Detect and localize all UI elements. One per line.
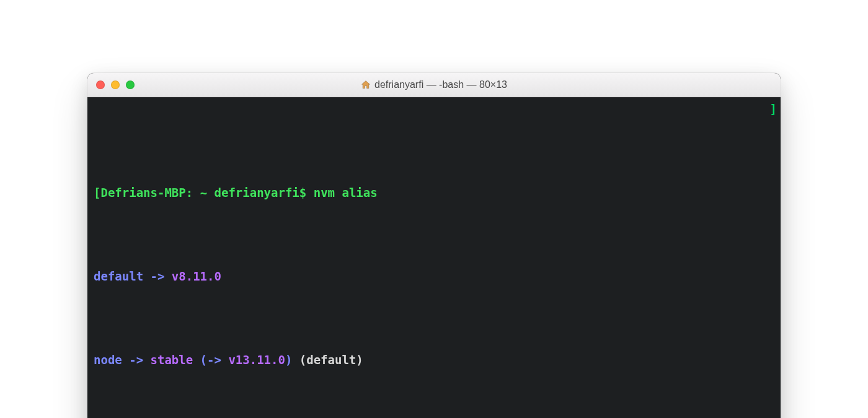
prompt-bracket: [ <box>94 186 100 199</box>
window-title-text: defrianyarfi — -bash — 80×13 <box>374 79 507 90</box>
alias-name: node <box>94 353 122 367</box>
scroll-indicator: ] <box>770 101 777 118</box>
output-line: node -> stable (-> v13.11.0) (default) <box>94 352 774 368</box>
close-button[interactable] <box>96 81 105 89</box>
arrow: -> <box>122 353 151 367</box>
arrow: -> <box>143 269 172 283</box>
titlebar: defrianyarfi — -bash — 80×13 <box>87 73 781 97</box>
output-line: default -> v8.11.0 <box>94 268 774 285</box>
paren: ) <box>285 353 292 367</box>
home-icon <box>361 80 371 90</box>
window-controls <box>96 81 135 89</box>
alias-target: v8.11.0 <box>172 269 221 283</box>
resolved-version: v13.11.0 <box>228 353 285 367</box>
prompt-user: defrianyarfi$ <box>215 186 307 199</box>
arrow: -> <box>207 353 228 367</box>
stage: defrianyarfi — -bash — 80×13 ] [Defrians… <box>0 0 868 418</box>
zoom-button[interactable] <box>126 81 135 89</box>
prompt-line: [Defrians-MBP: ~ defrianyarfi$ nvm alias <box>94 185 774 201</box>
window-title: defrianyarfi — -bash — 80×13 <box>87 79 781 90</box>
prompt-path <box>193 186 200 199</box>
command-text: nvm alias <box>314 186 378 199</box>
prompt-path-text: ~ <box>200 186 207 199</box>
note: (default) <box>292 353 363 367</box>
minimize-button[interactable] <box>111 81 120 89</box>
paren: ( <box>193 353 207 367</box>
alias-name: default <box>94 269 143 283</box>
prompt-host: Defrians-MBP: <box>100 186 193 199</box>
terminal-window: defrianyarfi — -bash — 80×13 ] [Defrians… <box>87 73 781 418</box>
terminal-body[interactable]: ] [Defrians-MBP: ~ defrianyarfi$ nvm ali… <box>87 97 781 418</box>
alias-target: stable <box>151 353 193 367</box>
